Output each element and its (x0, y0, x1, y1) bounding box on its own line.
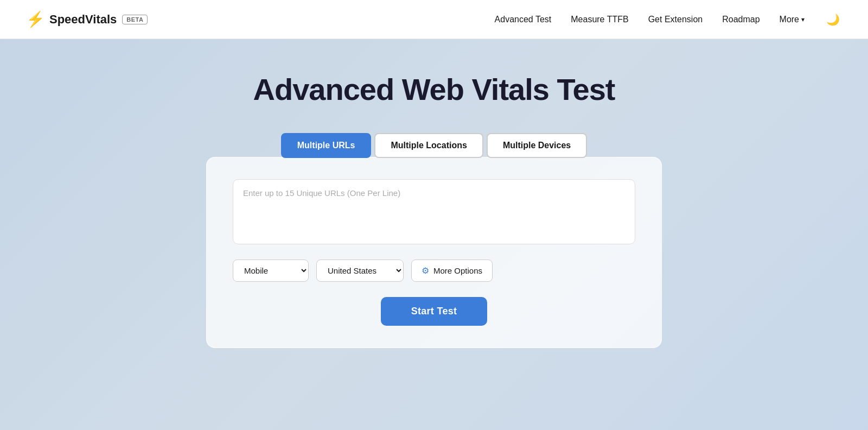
brand: ⚡ SpeedVitals BETA (26, 10, 148, 28)
tab-multiple-devices[interactable]: Multiple Devices (487, 133, 587, 158)
tab-multiple-urls[interactable]: Multiple URLs (281, 133, 372, 158)
nav-more[interactable]: More ▾ (780, 15, 805, 24)
gear-icon: ⚙ (422, 265, 429, 276)
nav-roadmap[interactable]: Roadmap (722, 15, 760, 24)
more-options-label: More Options (433, 266, 482, 275)
more-options-button[interactable]: ⚙ More Options (411, 260, 493, 282)
url-input[interactable] (233, 179, 635, 244)
nav-measure-ttfb[interactable]: Measure TTFB (571, 15, 628, 24)
nav-get-extension[interactable]: Get Extension (648, 15, 703, 24)
dark-mode-button[interactable]: 🌙 (824, 11, 842, 28)
start-btn-row: Start Test (233, 297, 635, 326)
navbar-nav: Advanced Test Measure TTFB Get Extension… (495, 11, 842, 28)
page-title: Advanced Web Vitals Test (253, 72, 615, 107)
beta-badge: BETA (122, 15, 148, 24)
controls-row: Mobile Desktop Tablet United States Unit… (233, 260, 635, 282)
device-select[interactable]: Mobile Desktop Tablet (233, 260, 309, 282)
tabs-row: Multiple URLs Multiple Locations Multipl… (281, 133, 588, 158)
nav-more-label: More (780, 15, 799, 24)
lightning-icon: ⚡ (26, 10, 45, 28)
hero-section: Advanced Web Vitals Test Multiple URLs M… (0, 39, 868, 430)
tab-multiple-locations[interactable]: Multiple Locations (374, 133, 483, 158)
start-test-button[interactable]: Start Test (381, 297, 488, 326)
location-select[interactable]: United States United Kingdom Germany Aus… (316, 260, 404, 282)
test-card: Mobile Desktop Tablet United States Unit… (206, 157, 662, 348)
brand-logo: ⚡ SpeedVitals (26, 10, 117, 28)
nav-advanced-test[interactable]: Advanced Test (495, 15, 552, 24)
navbar: ⚡ SpeedVitals BETA Advanced Test Measure… (0, 0, 868, 39)
brand-name: SpeedVitals (49, 12, 117, 27)
chevron-down-icon: ▾ (801, 16, 805, 23)
